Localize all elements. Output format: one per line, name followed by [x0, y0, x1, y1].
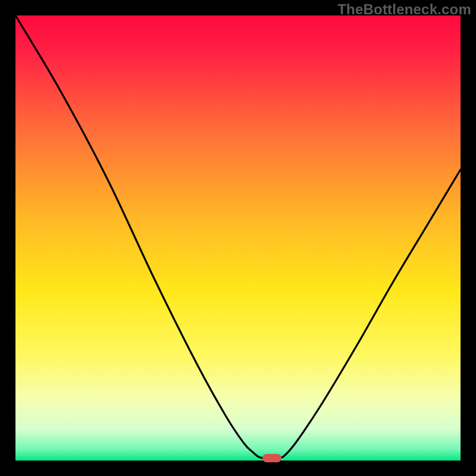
chart-container: TheBottleneck.com	[0, 0, 476, 476]
bottleneck-chart	[0, 0, 476, 476]
plot-area	[15, 15, 461, 461]
watermark-text: TheBottleneck.com	[337, 1, 471, 18]
optimal-marker	[262, 454, 281, 462]
